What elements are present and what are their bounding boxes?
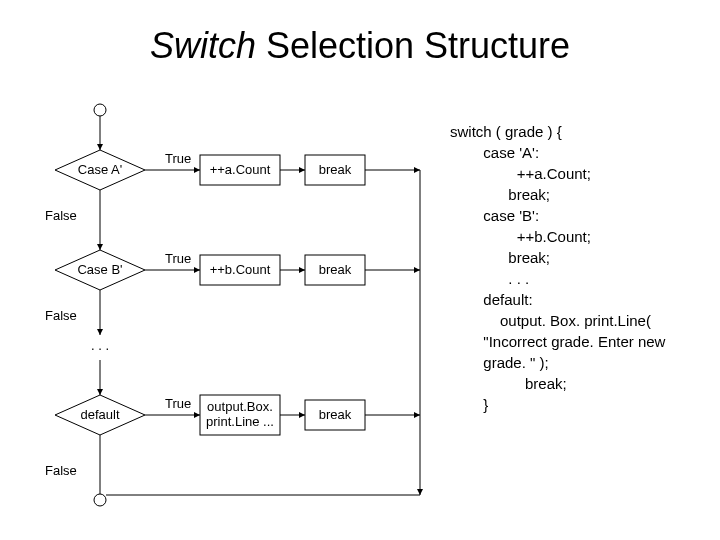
break-a-text: break	[319, 162, 352, 177]
ellipsis-label: . . .	[91, 338, 109, 353]
code-block: switch ( grade ) { case 'A': ++a.Count; …	[450, 100, 710, 415]
output-text-1: output.Box.	[207, 399, 273, 414]
inc-a-text: ++a.Count	[210, 162, 271, 177]
code-line: }	[450, 396, 488, 413]
start-node	[94, 104, 106, 116]
code-line: ++b.Count;	[450, 228, 591, 245]
code-line: case 'B':	[450, 207, 539, 224]
code-line: output. Box. print.Line(	[450, 312, 651, 329]
break-default-text: break	[319, 407, 352, 422]
code-line: grade. " );	[450, 354, 549, 371]
false-label-a: False	[45, 208, 77, 223]
code-line: break;	[450, 186, 550, 203]
false-label-default: False	[45, 463, 77, 478]
false-label-b: False	[45, 308, 77, 323]
case-b-label: Case B'	[77, 262, 122, 277]
output-text-2: print.Line ...	[206, 414, 274, 429]
code-line: switch ( grade ) {	[450, 123, 562, 140]
code-line: break;	[450, 375, 567, 392]
code-line: case 'A':	[450, 144, 539, 161]
code-line: "Incorrect grade. Enter new	[450, 333, 665, 350]
case-a-label: Case A'	[78, 162, 122, 177]
code-line: . . .	[450, 270, 529, 287]
true-label-default: True	[165, 396, 191, 411]
end-node	[94, 494, 106, 506]
true-label-b: True	[165, 251, 191, 266]
code-line: break;	[450, 249, 550, 266]
code-line: default:	[450, 291, 533, 308]
true-label-a: True	[165, 151, 191, 166]
inc-b-text: ++b.Count	[210, 262, 271, 277]
break-b-text: break	[319, 262, 352, 277]
default-label: default	[80, 407, 119, 422]
code-line: ++a.Count;	[450, 165, 591, 182]
